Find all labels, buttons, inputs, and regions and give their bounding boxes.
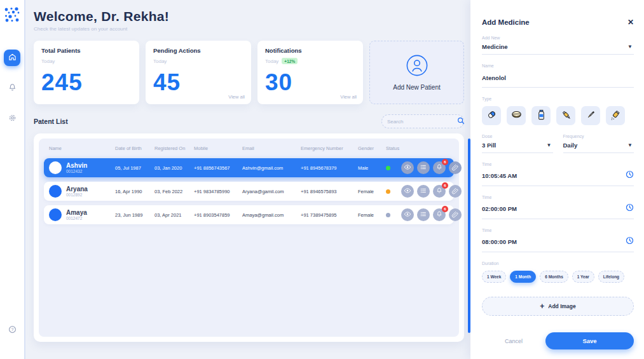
cancel-button[interactable]: Cancel <box>482 338 545 344</box>
time-picker-3[interactable]: 08:00:00 PM <box>482 233 634 252</box>
type-option-tablet[interactable] <box>507 106 526 125</box>
alert-count-badge: 6 <box>442 206 448 212</box>
alerts-button[interactable]: 6 <box>433 208 446 221</box>
growth-badge: +12% <box>282 58 298 64</box>
sidebar-item-settings[interactable] <box>4 111 20 127</box>
plus-icon: + <box>540 302 544 311</box>
records-button[interactable] <box>417 185 430 198</box>
avatar <box>49 208 62 221</box>
patient-registered: 03, Apr 2021 <box>154 212 194 218</box>
view-all-link[interactable]: View all <box>340 94 357 100</box>
records-button[interactable] <box>417 161 430 174</box>
sidebar-item-home[interactable] <box>4 50 20 66</box>
duration-options: 1 Week 1 Month 6 Months 1 Year Lifelong <box>482 271 634 283</box>
patient-dob: 16, Apr 1990 <box>115 189 154 194</box>
frequency-select[interactable]: Daily ▼ <box>563 139 634 153</box>
time-picker-1[interactable]: 10:05:45 AM <box>482 166 634 186</box>
add-new-label: Add New <box>482 36 634 40</box>
medicine-name-field[interactable]: Atenolol <box>482 68 634 88</box>
time-picker-2[interactable]: 02:00:00 PM <box>482 200 634 219</box>
patient-mobile: +91 9834785990 <box>194 189 242 194</box>
column-header: Name <box>49 146 115 151</box>
search-input[interactable] <box>387 119 457 125</box>
attachment-button[interactable] <box>449 208 462 221</box>
type-label: Type <box>482 97 634 101</box>
dose-select[interactable]: 3 Pill ▼ <box>482 139 553 153</box>
app-logo-icon <box>4 6 20 23</box>
duration-1-week[interactable]: 1 Week <box>482 271 506 283</box>
view-all-link[interactable]: View all <box>228 94 245 100</box>
patient-registered: 03, Feb 2022 <box>154 189 194 194</box>
sidebar: ? <box>0 0 25 359</box>
column-header: Emergency Number <box>301 146 358 151</box>
stat-period: Today <box>265 58 278 64</box>
duration-6-months[interactable]: 6 Months <box>540 271 568 283</box>
type-option-syringe[interactable] <box>556 106 575 125</box>
duration-lifelong[interactable]: Lifelong <box>598 271 624 283</box>
medicine-name-value: Atenolol <box>482 74 506 81</box>
duration-1-month[interactable]: 1 Month <box>510 271 536 283</box>
attachment-button[interactable] <box>449 185 462 198</box>
time-label: Time <box>482 162 634 166</box>
type-option-dropper[interactable] <box>581 106 600 125</box>
panel-scrollbar[interactable] <box>468 139 470 333</box>
dose-label: Dose <box>482 134 553 139</box>
chevron-down-icon: ▼ <box>547 142 552 148</box>
stat-period: Today <box>41 58 55 64</box>
clock-icon[interactable] <box>626 203 634 214</box>
clock-icon[interactable] <box>626 236 634 247</box>
add-new-select[interactable]: Medicine ▼ <box>482 40 634 55</box>
stat-period: Today <box>153 58 167 64</box>
add-medicine-panel: Add Medicine ✕ Add New Medicine ▼ Name A… <box>470 0 644 359</box>
svg-text:?: ? <box>11 327 13 332</box>
view-button[interactable] <box>401 185 414 198</box>
search-box[interactable] <box>381 114 464 128</box>
type-option-spray[interactable] <box>606 106 625 125</box>
sidebar-item-help[interactable]: ? <box>4 322 20 339</box>
dropper-icon <box>585 109 597 123</box>
add-new-patient-button[interactable]: Add New Patient <box>369 41 464 104</box>
table-row[interactable]: Ashvin 0012432 05, Jul 1987 03, Jan 2020… <box>44 158 454 177</box>
alerts-button[interactable]: 6 <box>433 185 446 198</box>
sidebar-item-notifications[interactable] <box>4 80 20 97</box>
search-icon[interactable] <box>457 116 465 127</box>
add-image-button[interactable]: + Add Image <box>482 297 634 316</box>
table-row[interactable]: Amaya 0012472 23, Jun 1989 03, Apr 2021 … <box>44 205 454 224</box>
patient-dob: 05, Jul 1987 <box>115 165 154 171</box>
stat-value: 245 <box>41 69 132 96</box>
alert-count-badge: 6 <box>442 182 448 189</box>
patient-gender: Female <box>358 212 386 218</box>
stat-title: Notifications <box>265 47 355 54</box>
paperclip-icon <box>451 187 459 196</box>
list-icon <box>420 187 427 196</box>
add-image-label: Add Image <box>548 303 575 309</box>
table-header-row: Name Date of Birth Registered On Mobile … <box>44 142 454 154</box>
status-dot <box>386 166 390 170</box>
patient-email: Aryana@gamil.com <box>242 189 301 194</box>
patient-name: Aryana <box>66 186 88 193</box>
type-option-capsule[interactable] <box>482 106 501 125</box>
patient-gender: Male <box>358 165 386 171</box>
save-button[interactable]: Save <box>545 332 634 349</box>
column-header: Registered On <box>154 146 194 151</box>
clock-icon[interactable] <box>626 170 634 181</box>
stat-card-notifications: Notifications Today+12% 30 View all <box>257 41 363 104</box>
alerts-button[interactable]: 6 <box>433 161 446 174</box>
attachment-button[interactable] <box>449 161 462 174</box>
alert-count-badge: 6 <box>442 159 448 165</box>
view-button[interactable] <box>401 208 414 221</box>
records-button[interactable] <box>417 208 430 221</box>
duration-1-year[interactable]: 1 Year <box>572 271 594 283</box>
patient-table-card: Name Date of Birth Registered On Mobile … <box>34 133 464 342</box>
view-button[interactable] <box>401 161 414 174</box>
time-label: Time <box>482 228 634 233</box>
close-icon[interactable]: ✕ <box>627 18 634 27</box>
bell-icon <box>435 163 443 172</box>
stat-title: Total Patients <box>41 47 132 54</box>
column-header: Date of Birth <box>115 146 154 151</box>
eye-icon <box>404 187 411 196</box>
type-option-bottle[interactable] <box>531 106 551 125</box>
column-header: Status <box>386 146 401 151</box>
table-row[interactable]: Aryana 0012892 16, Apr 1990 03, Feb 2022… <box>44 182 454 201</box>
list-icon <box>420 163 427 172</box>
